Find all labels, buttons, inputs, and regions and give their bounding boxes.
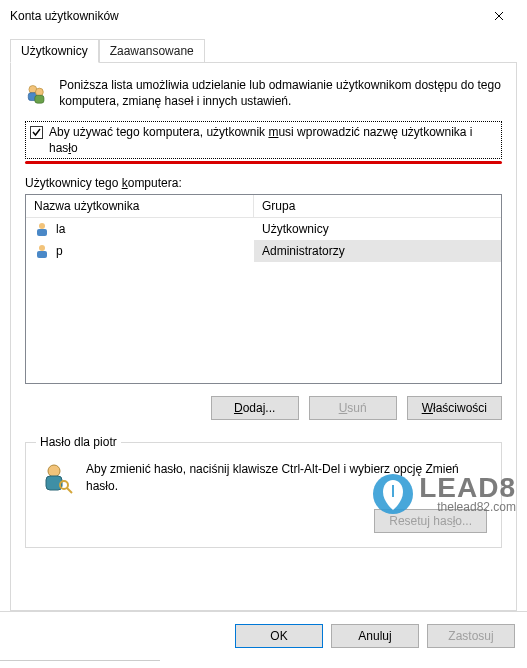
key-user-icon (40, 461, 74, 495)
user-icon (34, 221, 50, 237)
ok-button[interactable]: OK (235, 624, 323, 648)
close-icon (494, 11, 504, 21)
password-group-title: Hasło dla piotr (36, 435, 121, 449)
add-button[interactable]: Dodaj... (211, 396, 299, 420)
reset-row: Resetuj hasło... (40, 509, 487, 533)
window-title: Konta użytkowników (10, 9, 477, 23)
password-group: Hasło dla piotr Aby zmienić hasło, naciś… (25, 442, 502, 548)
reset-password-button[interactable]: Resetuj hasło... (374, 509, 487, 533)
svg-point-4 (39, 223, 45, 229)
svg-point-6 (39, 245, 45, 251)
user-list-header: Nazwa użytkownika Grupa (26, 195, 501, 218)
content-area: Użytkownicy Zaawansowane Poniższa lista … (0, 32, 527, 611)
intro-row: Poniższa lista umożliwia udzielanie lub … (25, 77, 502, 111)
user-list[interactable]: Nazwa użytkownika Grupa la Użytkownicy (25, 194, 502, 384)
svg-rect-3 (35, 95, 44, 103)
cell-group: Administratorzy (254, 240, 501, 262)
dialog-button-bar: OK Anuluj Zastosuj (0, 611, 527, 660)
cell-username: la (26, 218, 254, 240)
col-group[interactable]: Grupa (254, 195, 501, 217)
close-button[interactable] (477, 1, 521, 31)
check-icon (31, 127, 42, 138)
require-login-checkbox[interactable] (30, 126, 43, 139)
tab-advanced[interactable]: Zaawansowane (99, 39, 205, 63)
svg-rect-5 (37, 229, 47, 236)
list-item[interactable]: la Użytkownicy (26, 218, 501, 240)
users-icon (25, 77, 47, 111)
user-accounts-window: Konta użytkowników Użytkownicy Zaawansow… (0, 0, 527, 668)
password-group-inner: Aby zmienić hasło, naciśnij klawisze Ctr… (40, 461, 487, 495)
svg-point-8 (48, 465, 60, 477)
user-icon (34, 243, 50, 259)
annotation-underline (25, 161, 502, 164)
cell-username: p (26, 240, 254, 262)
titlebar: Konta użytkowników (0, 0, 527, 32)
user-list-rows: la Użytkownicy p Administratorzy (26, 218, 501, 383)
apply-button[interactable]: Zastosuj (427, 624, 515, 648)
list-item[interactable]: p Administratorzy (26, 240, 501, 262)
cell-group: Użytkownicy (254, 218, 501, 240)
intro-text: Poniższa lista umożliwia udzielanie lub … (59, 77, 502, 111)
cancel-button[interactable]: Anuluj (331, 624, 419, 648)
tab-users[interactable]: Użytkownicy (10, 39, 99, 63)
tab-panel-users: Poniższa lista umożliwia udzielanie lub … (10, 62, 517, 611)
statusbar-fragment (0, 660, 160, 668)
remove-button[interactable]: Usuń (309, 396, 397, 420)
svg-point-2 (35, 88, 43, 96)
require-login-label: Aby używać tego komputera, użytkownik mu… (49, 124, 497, 156)
user-list-caption: Użytkownicy tego komputera: (25, 176, 502, 190)
user-list-buttons: Dodaj... Usuń Właściwości (25, 396, 502, 420)
properties-button[interactable]: Właściwości (407, 396, 502, 420)
require-login-checkbox-row[interactable]: Aby używać tego komputera, użytkownik mu… (25, 121, 502, 159)
svg-rect-7 (37, 251, 47, 258)
tab-strip: Użytkownicy Zaawansowane (10, 38, 517, 62)
password-group-text: Aby zmienić hasło, naciśnij klawisze Ctr… (86, 461, 487, 493)
col-username[interactable]: Nazwa użytkownika (26, 195, 254, 217)
